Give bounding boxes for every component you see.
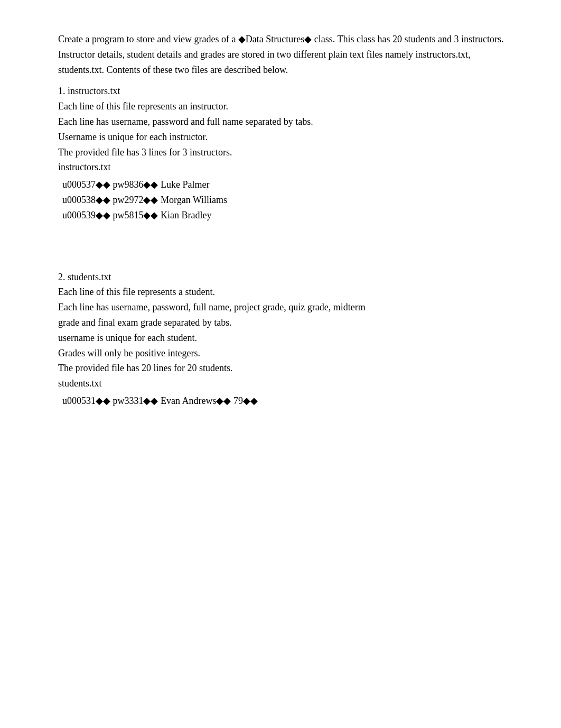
section2-line-2: Each line has username, password, full n… (58, 300, 512, 315)
section2-line-3: grade and final exam grade separated by … (58, 315, 512, 330)
section2-line-1: Each line of this file represents a stud… (58, 284, 512, 300)
section1-heading: 1. instructors.txt (58, 84, 512, 99)
section1-filename: instructors.txt (58, 160, 512, 175)
section1-line-2: Each line has username, password and ful… (58, 114, 512, 130)
section1-file-line-2: u000538◆◆ pw2972◆◆ Morgan Williams (58, 192, 512, 208)
section1-file-line-3: u000539◆◆ pw5815◆◆ Kian Bradley (58, 208, 512, 223)
main-content: Create a program to store and view grade… (58, 32, 512, 409)
section1-file-line-1: u000537◆◆ pw9836◆◆ Luke Palmer (58, 177, 512, 192)
section1-file-content: u000537◆◆ pw9836◆◆ Luke Palmer u000538◆◆… (58, 177, 512, 223)
section-1: 1. instructors.txt Each line of this fil… (58, 84, 512, 223)
section2-line-5: Grades will only be positive integers. (58, 346, 512, 361)
section1-line-4: The provided file has 3 lines for 3 inst… (58, 145, 512, 160)
section2-line-6: The provided file has 20 lines for 20 st… (58, 361, 512, 376)
section2-line-4: username is unique for each student. (58, 330, 512, 346)
intro-paragraph: Create a program to store and view grade… (58, 32, 512, 77)
section2-file-line-1: u000531◆◆ pw3331◆◆ Evan Andrews◆◆ 79◆◆ (58, 393, 512, 409)
section-2: 2. students.txt Each line of this file r… (58, 270, 512, 409)
section2-file-content: u000531◆◆ pw3331◆◆ Evan Andrews◆◆ 79◆◆ (58, 393, 512, 409)
section2-filename: students.txt (58, 376, 512, 391)
section2-heading: 2. students.txt (58, 270, 512, 285)
section1-line-1: Each line of this file represents an ins… (58, 99, 512, 114)
section1-line-3: Username is unique for each instructor. (58, 130, 512, 145)
